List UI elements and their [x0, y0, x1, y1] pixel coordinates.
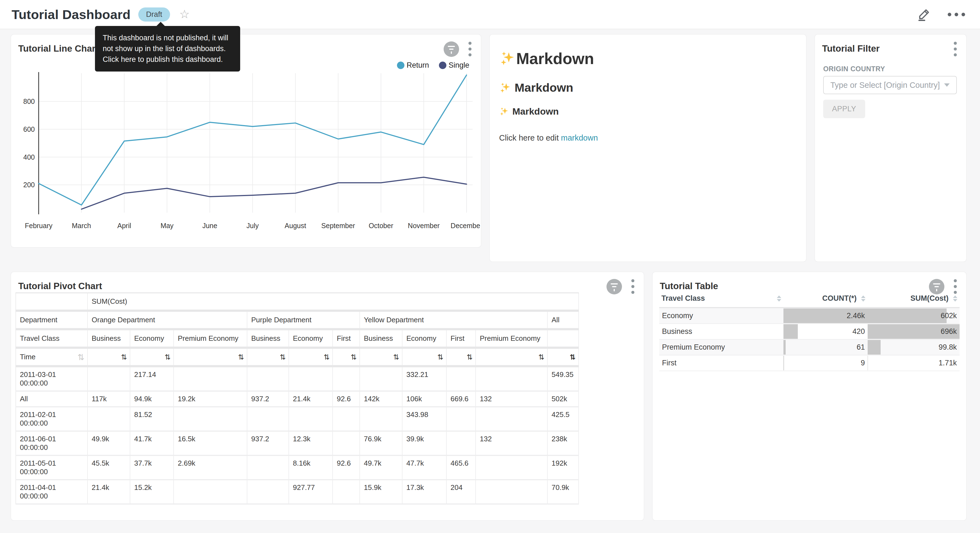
pivot-cell: 16.5k [173, 431, 247, 455]
pivot-sort-cell: ⇅ [360, 348, 402, 366]
draft-badge[interactable]: Draft [138, 8, 170, 22]
table-row[interactable]: Business420696k [659, 324, 959, 340]
pivot-row-label: 2011-04-01 00:00:00 [16, 480, 88, 504]
table-row[interactable]: Economy2.46k602k [659, 308, 959, 324]
pivot-cell [360, 366, 402, 391]
travel-class-cell: Premium Economy [659, 340, 783, 355]
pivot-cell: 343.98 [402, 407, 446, 431]
pivot-cell: 2.69k [173, 455, 247, 480]
origin-country-select[interactable]: Type or Select [Origin Country] [823, 76, 957, 94]
svg-text:400: 400 [23, 153, 35, 161]
pivot-cell: 192k [547, 455, 579, 480]
column-header-count[interactable]: COUNT(*) [783, 290, 868, 308]
markdown-h3: Markdown [499, 106, 798, 117]
line-chart-title: Tutorial Line Chart [18, 43, 99, 54]
pivot-cell: 132 [476, 391, 547, 407]
pivot-cell: 117k [88, 391, 130, 407]
markdown-h2: Markdown [499, 81, 798, 94]
column-header-travel-class[interactable]: Travel Class [659, 290, 783, 308]
apply-button[interactable]: APPLY [823, 100, 865, 118]
filter-kebab-menu-icon[interactable] [953, 41, 958, 57]
pivot-cell [476, 407, 547, 431]
svg-text:800: 800 [23, 97, 35, 105]
legend-dot-return [397, 62, 404, 69]
pivot-sort-cell: ⇅ [130, 348, 173, 366]
favorite-star-icon[interactable]: ☆ [180, 8, 190, 20]
chart-kebab-menu-icon[interactable] [630, 278, 635, 295]
tooltip-line: This dashboard is not published, it will [103, 33, 232, 43]
sort-icon[interactable]: ⇅ [351, 353, 357, 361]
sort-icon[interactable]: ⇅ [393, 353, 399, 361]
table-row[interactable]: First91.71k [659, 355, 959, 371]
pivot-group-header: Purple Department [247, 311, 360, 329]
pivot-cell [476, 480, 547, 504]
sort-icon[interactable]: ⇅ [78, 352, 84, 362]
select-placeholder: Type or Select [Origin Country] [830, 81, 940, 90]
pivot-cell [360, 407, 402, 431]
sort-carets-icon [861, 295, 865, 302]
pivot-sort-cell: ⇅ [247, 348, 289, 366]
pivot-sort-cell: ⇅ [547, 348, 579, 366]
chart-kebab-menu-icon[interactable] [467, 41, 473, 57]
pivot-row: 2011-06-01 00:00:0049.9k41.7k16.5k937.21… [16, 431, 579, 455]
pivot-cell: 39.9k [402, 431, 446, 455]
chart-legend: Return Single [397, 61, 469, 70]
pivot-cell [247, 366, 289, 391]
pivot-subcolumn-header: Business [247, 329, 289, 348]
sort-icon[interactable]: ⇅ [238, 353, 244, 361]
filter-card: Tutorial Filter ORIGIN COUNTRY Type or S… [815, 35, 966, 262]
sort-icon[interactable]: ⇅ [323, 353, 329, 361]
pivot-cell: 204 [446, 480, 476, 504]
count-cell: 420 [783, 324, 868, 340]
pivot-cell: 81.52 [130, 407, 173, 431]
sort-icon[interactable]: ⇅ [538, 353, 544, 361]
legend-item-single[interactable]: Single [439, 61, 469, 70]
filter-card-title: Tutorial Filter [822, 43, 880, 54]
pivot-cell [332, 431, 360, 455]
sort-icon[interactable]: ⇅ [121, 353, 127, 361]
svg-text:September: September [321, 222, 355, 230]
legend-item-return[interactable]: Return [397, 61, 429, 70]
pivot-cell [173, 366, 247, 391]
cross-filter-icon[interactable] [929, 279, 944, 294]
pivot-cell: 92.6 [332, 455, 360, 480]
pivot-cell [247, 455, 289, 480]
pivot-subcolumn-header: Economy [289, 329, 332, 348]
table-row[interactable]: Premium Economy6199.8k [659, 340, 959, 355]
pivot-cell: 332.21 [402, 366, 446, 391]
cross-filter-icon[interactable] [606, 279, 622, 294]
line-chart-card: Tutorial Line Chart Return Single 200400… [11, 35, 481, 247]
more-options-icon[interactable] [948, 13, 965, 16]
count-cell: 2.46k [783, 308, 868, 324]
svg-text:May: May [161, 222, 173, 230]
svg-text:October: October [369, 222, 393, 230]
sort-icon[interactable]: ⇅ [280, 353, 286, 361]
pivot-measure-label: SUM(Cost) [88, 293, 579, 311]
cross-filter-icon[interactable] [444, 41, 459, 57]
pivot-sort-cell: ⇅ [289, 348, 332, 366]
pivot-row-label: 2011-05-01 00:00:00 [16, 455, 88, 480]
pivot-cell: 15.2k [130, 480, 173, 504]
sort-icon[interactable]: ⇅ [466, 353, 473, 361]
svg-text:June: June [202, 222, 217, 230]
count-bar [783, 356, 784, 370]
pivot-cell: 669.6 [446, 391, 476, 407]
pivot-table: SUM(Cost)DepartmentOrange DepartmentPurp… [16, 292, 579, 504]
count-bar [783, 340, 786, 354]
table-card-title: Tutorial Table [660, 281, 718, 291]
pivot-cell: 37.7k [130, 455, 173, 480]
sort-icon[interactable]: ⇅ [437, 353, 443, 361]
pivot-cell: 465.6 [446, 455, 476, 480]
edit-pencil-icon[interactable] [917, 6, 932, 22]
chart-kebab-menu-icon[interactable] [953, 278, 958, 295]
sparkles-icon [499, 50, 515, 67]
pivot-cell: 502k [547, 391, 579, 407]
pivot-subcolumn-header: First [446, 329, 476, 348]
sort-icon-active[interactable]: ⇅ [570, 353, 576, 361]
markdown-edit-link[interactable]: markdown [561, 133, 598, 142]
markdown-card: Markdown Markdown Markdown Click here to… [490, 35, 806, 262]
pivot-cell: 19.2k [173, 391, 247, 407]
svg-text:200: 200 [23, 181, 35, 188]
sort-icon[interactable]: ⇅ [164, 353, 170, 361]
pivot-cell [332, 480, 360, 504]
